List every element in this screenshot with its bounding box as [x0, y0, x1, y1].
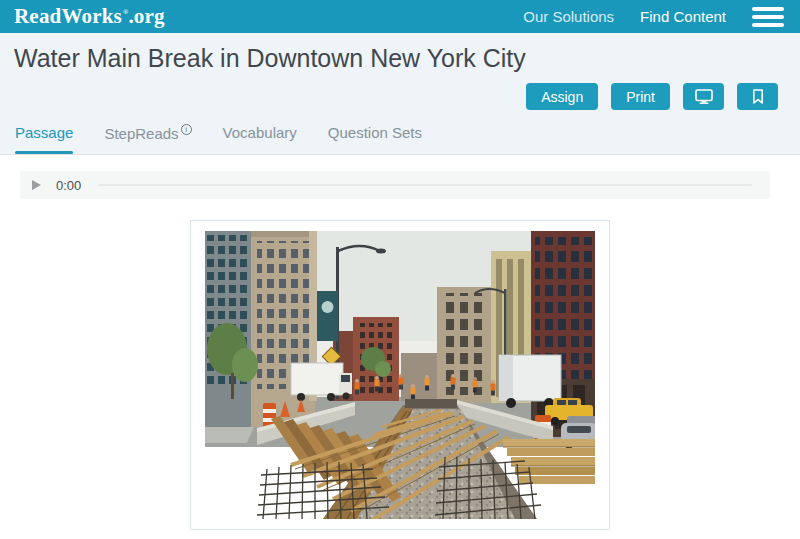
- tab-vocabulary[interactable]: Vocabulary: [223, 116, 297, 154]
- print-button[interactable]: Print: [611, 83, 670, 110]
- action-buttons-row: Assign Print: [0, 72, 800, 110]
- bookmark-icon: [752, 89, 764, 104]
- hamburger-menu-icon[interactable]: [752, 5, 784, 29]
- tab-stepreads[interactable]: StepReadsi: [104, 116, 191, 154]
- readworks-logo[interactable]: ReadWorks®.org: [14, 6, 165, 27]
- assign-button[interactable]: Assign: [526, 83, 598, 110]
- logo-tld: .org: [128, 4, 164, 28]
- digital-view-button[interactable]: [683, 83, 724, 110]
- page-header-section: Water Main Break in Downtown New York Ci…: [0, 33, 800, 155]
- play-icon[interactable]: [32, 180, 41, 190]
- passage-photo: [205, 231, 595, 519]
- nav-find-content[interactable]: Find Content: [640, 8, 726, 25]
- nav-our-solutions[interactable]: Our Solutions: [523, 8, 614, 25]
- audio-elapsed-time: 0:00: [56, 178, 81, 193]
- logo-text: ReadWorks: [14, 4, 122, 28]
- content-tabs: Passage StepReadsi Vocabulary Question S…: [0, 116, 800, 154]
- page-title: Water Main Break in Downtown New York Ci…: [0, 33, 800, 72]
- tab-passage[interactable]: Passage: [15, 116, 73, 154]
- top-nav: Our Solutions Find Content: [523, 5, 784, 29]
- audio-progress-track[interactable]: [98, 184, 752, 186]
- audio-player[interactable]: 0:00: [20, 171, 770, 199]
- top-header: ReadWorks®.org Our Solutions Find Conten…: [0, 0, 800, 33]
- info-icon[interactable]: i: [181, 124, 192, 135]
- bookmark-button[interactable]: [737, 83, 778, 110]
- passage-photo-card: [190, 220, 610, 530]
- tab-question-sets[interactable]: Question Sets: [328, 116, 422, 154]
- monitor-icon: [695, 89, 713, 104]
